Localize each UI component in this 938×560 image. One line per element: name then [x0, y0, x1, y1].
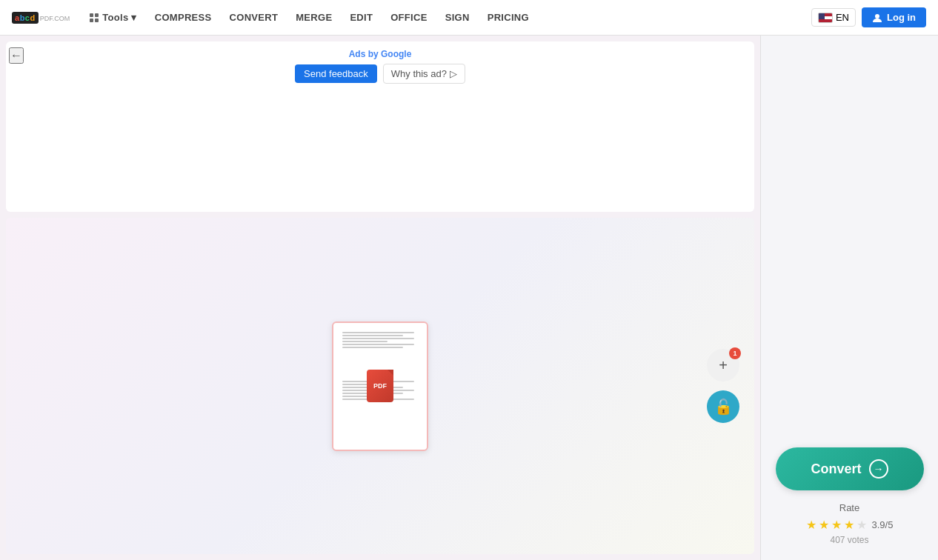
- logo-sub: PDF.COM: [40, 15, 70, 22]
- language-button[interactable]: EN: [811, 8, 856, 27]
- logo-text: abcd: [12, 12, 39, 24]
- header-right: EN Log in: [811, 7, 926, 27]
- chevron-down-icon: ▾: [131, 12, 136, 23]
- pdf-line: [342, 344, 414, 345]
- plus-icon: +: [719, 357, 728, 374]
- votes-text: 407 votes: [806, 535, 894, 545]
- back-button[interactable]: ←: [9, 47, 24, 64]
- star-3[interactable]: ★: [831, 518, 842, 532]
- star-5[interactable]: ★: [856, 518, 867, 532]
- svg-rect-2: [90, 19, 93, 22]
- pdf-thumbnail: PDF: [332, 321, 428, 451]
- add-badge: 1: [729, 347, 741, 359]
- pdf-line: [342, 335, 403, 336]
- rating-value: 3.9/5: [872, 519, 894, 530]
- pdf-icon: PDF: [367, 370, 393, 402]
- pdf-line: [342, 332, 414, 333]
- right-sidebar: Convert → Rate ★ ★ ★ ★ ★ 3.9/5 407 votes: [760, 36, 938, 560]
- nav-pricing[interactable]: PRICING: [480, 7, 536, 27]
- logo: abcd PDF.COM: [12, 12, 70, 24]
- svg-rect-1: [95, 13, 99, 17]
- left-panel: ← Ads by Google Send feedback Why this a…: [0, 36, 760, 560]
- ad-buttons: Send feedback Why this ad? ▷: [295, 64, 465, 84]
- play-icon: ▷: [450, 68, 457, 79]
- ads-label: Ads by Google: [349, 49, 412, 59]
- pdf-content: PDF: [339, 329, 421, 444]
- nav-sign[interactable]: SIGN: [438, 7, 477, 27]
- nav-edit[interactable]: EDIT: [342, 7, 380, 27]
- main-container: ← Ads by Google Send feedback Why this a…: [0, 36, 938, 560]
- rate-label: Rate: [806, 502, 894, 513]
- send-feedback-button[interactable]: Send feedback: [295, 64, 377, 83]
- user-icon: [872, 13, 882, 23]
- nav-tools[interactable]: Tools ▾: [82, 7, 144, 27]
- star-4[interactable]: ★: [844, 518, 854, 532]
- star-rating: ★ ★ ★ ★ ★ 3.9/5: [806, 518, 894, 532]
- star-1[interactable]: ★: [806, 518, 816, 532]
- arrow-circle-icon: →: [869, 459, 888, 479]
- lock-icon: 🔓: [714, 398, 733, 416]
- pdf-line: [342, 341, 387, 342]
- main-nav: Tools ▾ COMPRESS CONVERT MERGE EDIT OFFI…: [82, 7, 811, 27]
- pdf-line: [342, 347, 403, 348]
- tools-icon: [89, 13, 99, 23]
- svg-rect-3: [95, 19, 99, 22]
- rating-section: Rate ★ ★ ★ ★ ★ 3.9/5 407 votes: [806, 502, 894, 545]
- nav-office[interactable]: OFFICE: [383, 7, 434, 27]
- nav-merge[interactable]: MERGE: [288, 7, 339, 27]
- flag-icon: [818, 13, 833, 23]
- header: abcd PDF.COM Tools ▾ COMPRESS CONVERT ME…: [0, 0, 938, 36]
- convert-button[interactable]: Convert →: [776, 447, 924, 490]
- pdf-line: [342, 338, 414, 339]
- fab-container: 1 + 🔓: [707, 349, 739, 423]
- svg-point-4: [875, 14, 879, 19]
- ad-area: ← Ads by Google Send feedback Why this a…: [6, 41, 754, 212]
- nav-compress[interactable]: COMPRESS: [147, 7, 219, 27]
- why-this-ad-button[interactable]: Why this ad? ▷: [383, 64, 465, 84]
- add-file-button[interactable]: 1 +: [707, 349, 739, 381]
- lock-button[interactable]: 🔓: [707, 390, 739, 423]
- login-button[interactable]: Log in: [862, 7, 926, 27]
- star-2[interactable]: ★: [819, 518, 829, 532]
- arrow-right-icon: →: [874, 463, 884, 475]
- svg-rect-0: [90, 13, 93, 17]
- nav-convert[interactable]: CONVERT: [222, 7, 286, 27]
- workspace: PDF 1 + 🔓: [6, 218, 754, 554]
